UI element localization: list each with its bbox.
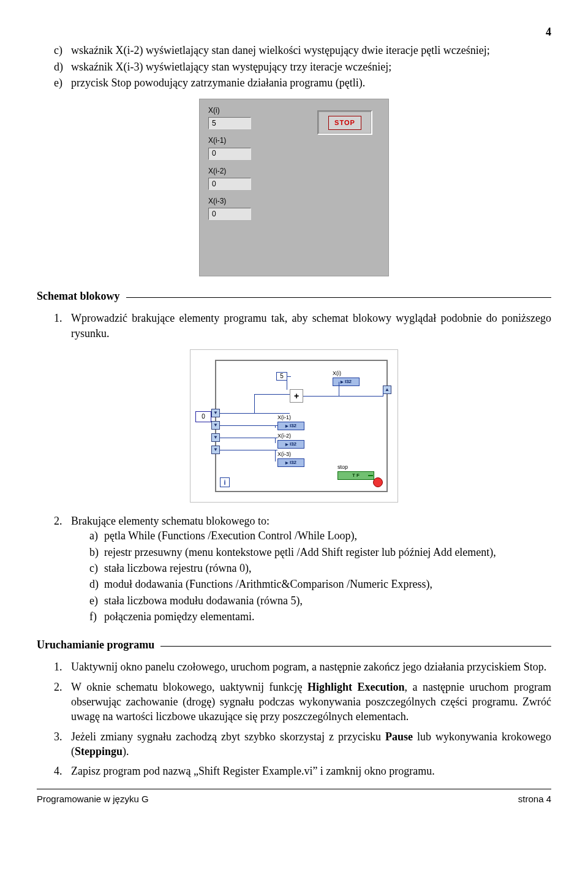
wire <box>383 390 383 397</box>
front-panel-figure: X(i) 5 X(i-1) 0 X(i-2) 0 X(i-3) 0 STOP <box>37 99 551 276</box>
marker: e) <box>89 593 104 608</box>
bold1: Pause <box>385 731 413 743</box>
indicator-xi2: X(i-2) 0 <box>208 166 380 190</box>
run-item-2: 2. W oknie schematu blokowego, uaktywnij… <box>54 680 551 724</box>
stop-label: STOP <box>328 116 361 130</box>
footer-left: Programowanie w języku G <box>37 793 149 805</box>
intro-item-c: c) wskaźnik X(i-2) wyświetlający stan da… <box>54 43 551 58</box>
value[interactable]: 0 <box>208 178 251 190</box>
wire <box>220 438 277 438</box>
sublist: a)pętla While (Functions /Execution Cont… <box>71 528 551 624</box>
label: X(i-1) <box>277 414 304 421</box>
iteration-terminal: i <box>220 477 230 487</box>
stop-button[interactable]: STOP <box>317 110 372 135</box>
marker: d) <box>54 59 71 74</box>
section-uruchamianie: Uruchamianie programu <box>37 637 551 652</box>
wire <box>275 438 276 443</box>
marker: c) <box>89 561 104 575</box>
text: przycisk Stop powodujący zatrzymanie dzi… <box>71 75 551 90</box>
wire-stop <box>368 475 373 476</box>
value[interactable]: 0 <box>208 148 251 160</box>
i32-icon: I32 <box>277 422 304 430</box>
bold2: Steppingu <box>75 745 123 757</box>
footer: Programowanie w języku G strona 4 <box>37 793 551 805</box>
sub-a: a)pętla While (Functions /Execution Cont… <box>89 528 551 543</box>
add-node: + <box>290 389 303 403</box>
page-number: 4 <box>37 25 551 39</box>
shift-register-left-4 <box>211 446 220 454</box>
text: Zapisz program pod nazwą „Shift Register… <box>71 764 551 778</box>
wire <box>275 450 276 461</box>
marker: c) <box>54 43 71 58</box>
text: W oknie schematu blokowego, uaktywnij fu… <box>71 680 551 724</box>
intro-item-e: e) przycisk Stop powodujący zatrzymanie … <box>54 75 551 90</box>
sub-e: e)stała liczbowa modułu dodawania (równa… <box>89 593 551 608</box>
sub-f: f)połączenia pomiędzy elementami. <box>89 609 551 624</box>
part3: ). <box>123 745 129 757</box>
footer-right: strona 4 <box>518 793 551 805</box>
text: pętla While (Functions /Execution Contro… <box>104 528 551 543</box>
marker: b) <box>89 545 104 560</box>
value[interactable]: 5 <box>208 117 251 129</box>
schemat-item-1: 1. Wprowadzić brakujące elementy program… <box>54 311 551 341</box>
run-list: 1. Uaktywnij okno panelu czołowego, uruc… <box>37 659 551 778</box>
footer-rule <box>37 789 551 789</box>
marker: 3. <box>54 729 71 759</box>
wire <box>303 396 383 397</box>
text: Jeżeli zmiany sygnału zachodzą zbyt szyb… <box>71 729 551 759</box>
wire <box>339 382 339 396</box>
marker: f) <box>89 609 104 624</box>
block-diagram-figure: 0 5 + X(i) I32 X(i-1) I32 X(i-2 <box>37 349 551 503</box>
label: X(i) <box>333 370 360 377</box>
text: stała liczbowa rejestru (równa 0), <box>104 561 551 575</box>
marker: 1. <box>54 311 71 341</box>
marker: 1. <box>54 659 71 674</box>
i32-icon: I32 <box>333 378 360 386</box>
loop-condition-icon <box>373 477 383 487</box>
wire <box>287 376 287 390</box>
text: wskaźnik X(i-3) wyświetlający stan wystę… <box>71 59 551 74</box>
label: X(i-3) <box>277 450 304 458</box>
bold: Highlight Execution <box>307 681 405 693</box>
marker: d) <box>89 577 104 591</box>
label: X(i-2) <box>208 166 380 176</box>
indicator-xi3: X(i-3) 0 <box>208 196 380 220</box>
sub-c: c)stała liczbowa rejestru (równa 0), <box>89 561 551 575</box>
marker: 2. <box>54 680 71 724</box>
text: połączenia pomiędzy elementami. <box>104 609 551 624</box>
intro-item-d: d) wskaźnik X(i-3) wyświetlający stan wy… <box>54 59 551 74</box>
i32-icon: I32 <box>277 440 304 449</box>
while-loop: 5 + X(i) I32 X(i-1) I32 X(i-2) I32 X(i-3… <box>215 360 388 492</box>
label: X(i-3) <box>208 196 380 206</box>
wire <box>287 376 291 377</box>
heading-rule <box>126 297 551 298</box>
run-item-1: 1. Uaktywnij okno panelu czołowego, uruc… <box>54 659 551 674</box>
block-diagram: 0 5 + X(i) I32 X(i-1) I32 X(i-2 <box>190 349 398 503</box>
wire <box>220 450 277 450</box>
wire <box>254 394 290 395</box>
shift-register-right <box>383 385 391 394</box>
const-5: 5 <box>276 372 287 381</box>
terminal-stop: stop T F <box>337 463 374 480</box>
value[interactable]: 0 <box>208 208 251 220</box>
text: Uaktywnij okno panelu czołowego, uruchom… <box>71 659 551 674</box>
text: moduł dodawania (Functions /Arithmtic&Co… <box>104 577 551 591</box>
run-item-3: 3. Jeżeli zmiany sygnału zachodzą zbyt s… <box>54 729 551 759</box>
const-0: 0 <box>195 411 211 422</box>
label: X(i-1) <box>208 135 380 145</box>
intro-list: c) wskaźnik X(i-2) wyświetlający stan da… <box>37 43 551 90</box>
shift-register-left-3 <box>211 433 220 442</box>
text: wskaźnik X(i-2) wyświetlający stan danej… <box>71 43 551 58</box>
marker: 2. <box>54 514 71 625</box>
schemat-list: 1. Wprowadzić brakujące elementy program… <box>37 311 551 341</box>
label: X(i-2) <box>277 432 304 439</box>
text: stała liczbowa modułu dodawania (równa 5… <box>104 593 551 608</box>
wire <box>220 413 290 414</box>
part1: Jeżeli zmiany sygnału zachodzą zbyt szyb… <box>71 731 385 743</box>
i32-icon: I32 <box>277 458 304 467</box>
heading-rule <box>160 646 551 647</box>
terminal-xi1: X(i-1) I32 <box>277 414 304 430</box>
heading-text: Schemat blokowy <box>37 289 120 303</box>
marker: 4. <box>54 764 71 778</box>
wire <box>220 425 277 426</box>
